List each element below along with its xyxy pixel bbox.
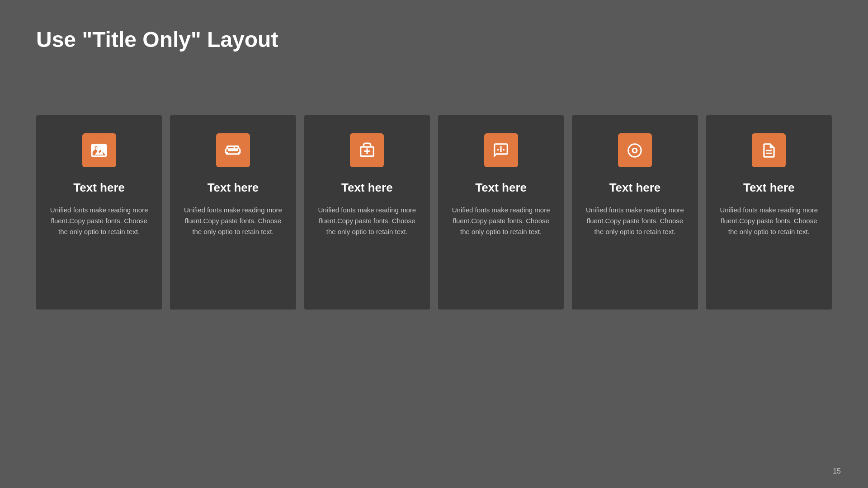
card-2-title: Text here bbox=[208, 181, 259, 195]
target-icon-wrapper bbox=[618, 133, 652, 167]
svg-point-3 bbox=[95, 147, 98, 149]
svg-rect-4 bbox=[497, 149, 499, 150]
card-6-title: Text here bbox=[743, 181, 795, 195]
target-icon bbox=[626, 142, 643, 159]
sofa-icon-wrapper bbox=[216, 133, 250, 167]
card-4-title: Text here bbox=[475, 181, 527, 195]
card-5-title: Text here bbox=[609, 181, 661, 195]
card-2-body: Unified fonts make reading more fluent.C… bbox=[184, 205, 282, 237]
document-icon bbox=[760, 142, 778, 159]
image-icon bbox=[90, 142, 108, 159]
svg-rect-5 bbox=[503, 149, 505, 150]
toolbox-icon bbox=[359, 142, 376, 159]
card-1: Text here Unified fonts make reading mor… bbox=[36, 115, 162, 310]
image-icon-wrapper bbox=[82, 133, 116, 167]
page-number: 15 bbox=[833, 467, 841, 475]
card-4-body: Unified fonts make reading more fluent.C… bbox=[452, 205, 550, 237]
sofa-icon bbox=[224, 142, 241, 159]
card-5-body: Unified fonts make reading more fluent.C… bbox=[585, 205, 684, 237]
card-1-body: Unified fonts make reading more fluent.C… bbox=[50, 205, 148, 237]
document-icon-wrapper bbox=[752, 133, 786, 167]
card-4: Text here Unified fonts make reading mor… bbox=[438, 115, 564, 310]
svg-rect-6 bbox=[500, 149, 502, 150]
card-1-title: Text here bbox=[73, 181, 125, 195]
chat-icon-wrapper bbox=[484, 133, 518, 167]
card-5: Text here Unified fonts make reading mor… bbox=[572, 115, 698, 310]
page-title: Use "Title Only" Layout bbox=[36, 27, 278, 52]
card-6: Text here Unified fonts make reading mor… bbox=[706, 115, 832, 310]
card-3-body: Unified fonts make reading more fluent.C… bbox=[318, 205, 416, 237]
card-2: Text here Unified fonts make reading mor… bbox=[170, 115, 296, 310]
card-3-title: Text here bbox=[341, 181, 393, 195]
toolbox-icon-wrapper bbox=[350, 133, 384, 167]
chat-icon bbox=[492, 142, 509, 159]
card-3: Text here Unified fonts make reading mor… bbox=[304, 115, 430, 310]
cards-container: Text here Unified fonts make reading mor… bbox=[36, 115, 832, 310]
card-6-body: Unified fonts make reading more fluent.C… bbox=[720, 205, 818, 237]
